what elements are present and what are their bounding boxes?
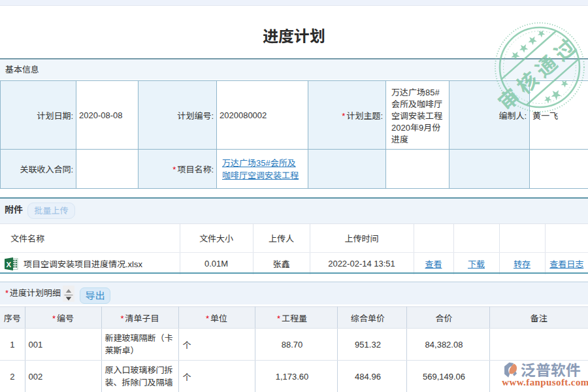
svg-text:www.fanpusoft.com: www.fanpusoft.com	[502, 377, 588, 387]
svg-text:审核通过: 审核通过	[491, 28, 585, 116]
svg-text:X: X	[6, 261, 11, 269]
